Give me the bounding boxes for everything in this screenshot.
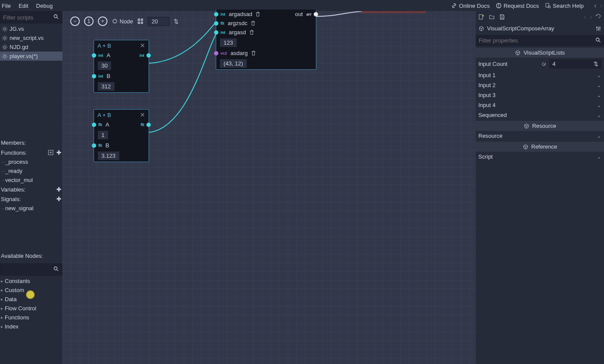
graph-node-compose-array[interactable]: int argadsad out arr flt argzsdc int arg…	[216, 10, 316, 70]
nodecat-functions[interactable]: ▸Functions	[0, 313, 62, 322]
prop-input-3[interactable]: Input 3⌄	[476, 90, 604, 100]
section-resource[interactable]: Resource	[476, 121, 604, 131]
nodecat-label: Data	[5, 296, 16, 302]
section-reference[interactable]: Reference	[476, 142, 604, 152]
function-override-icon[interactable]	[48, 150, 54, 156]
prop-input-count[interactable]: Input Count 4⇅	[476, 58, 604, 70]
chevron-right-icon: ▸	[1, 279, 3, 283]
available-nodes-input[interactable]	[0, 264, 62, 275]
nodecat-label: Constants	[5, 278, 30, 284]
zoom-out-button[interactable]: −	[70, 16, 80, 26]
section-visualscriptlists[interactable]: VisualScriptLists	[476, 48, 604, 58]
menu-edit[interactable]: Edit	[19, 3, 28, 9]
function-vectormul[interactable]: vector_mul	[0, 176, 62, 185]
port-in[interactable]	[214, 30, 218, 35]
trash-icon[interactable]	[250, 50, 257, 56]
prop-label: Input Count	[478, 61, 541, 67]
stepper-icon[interactable]: ⇅	[594, 61, 598, 67]
script-item-jg[interactable]: JG.vs	[0, 24, 62, 33]
add-variable-icon[interactable]: ✚	[56, 186, 62, 193]
close-icon[interactable]: ✕	[140, 42, 145, 49]
menu-debug[interactable]: Debug	[36, 3, 52, 9]
filter-scripts-search[interactable]	[0, 11, 62, 23]
port-out[interactable]	[146, 123, 151, 127]
reset-icon[interactable]	[541, 61, 547, 67]
node-title: A + B	[97, 42, 111, 49]
port-out[interactable]	[146, 53, 151, 58]
nodecat-custom[interactable]: ▸Custom	[0, 286, 62, 295]
param-value[interactable]: 3.123	[97, 151, 120, 160]
prop-input-4[interactable]: Input 4⌄	[476, 100, 604, 110]
signal-newsignal[interactable]: new_signal	[0, 204, 62, 213]
open-resource-icon[interactable]	[489, 14, 495, 20]
port-in[interactable]	[92, 53, 96, 58]
close-icon[interactable]: ✕	[140, 111, 145, 118]
param-value[interactable]: 1	[97, 130, 108, 140]
port-in[interactable]	[214, 51, 218, 55]
chevron-down-icon: ⌄	[597, 72, 601, 78]
search-help-link[interactable]: Search Help	[545, 3, 584, 9]
nodecat-label: Functions	[5, 314, 29, 321]
request-docs-link[interactable]: Request Docs	[496, 3, 539, 9]
add-signal-icon[interactable]: ✚	[56, 195, 62, 202]
sliders-icon[interactable]	[595, 26, 601, 32]
port-in[interactable]	[92, 74, 96, 78]
svg-point-27	[596, 38, 599, 41]
functions-label: Functions:	[1, 150, 27, 156]
prop-value[interactable]: 4	[552, 61, 555, 67]
prop-input-2[interactable]: Input 2⌄	[476, 80, 604, 90]
script-label: JG.vs	[10, 26, 24, 32]
prop-sequenced[interactable]: Sequenced⌄	[476, 110, 604, 120]
trash-icon[interactable]	[250, 20, 256, 26]
type-int-icon: int	[220, 12, 226, 17]
port-in[interactable]	[92, 123, 96, 127]
zoom-value[interactable]: 20	[148, 17, 169, 26]
port-out[interactable]	[314, 12, 318, 16]
function-ready[interactable]: _ready	[0, 166, 62, 176]
online-docs-link[interactable]: Online Docs	[451, 3, 490, 9]
param-value[interactable]: 312	[97, 82, 115, 91]
zoom-in-button[interactable]: +	[98, 16, 107, 26]
prop-script[interactable]: Script⌄	[476, 152, 604, 162]
filter-scripts-input[interactable]	[0, 12, 62, 23]
nav-back[interactable]: ‹	[594, 2, 596, 10]
nodecat-flowcontrol[interactable]: ▸Flow Control	[0, 304, 62, 313]
prop-input-1[interactable]: Input 1⌄	[476, 70, 604, 80]
graph-node-add-flt[interactable]: A + B ✕ flt A flt 1 flt B 3.123	[94, 109, 149, 162]
prop-resource[interactable]: Resource⌄	[476, 131, 604, 141]
svg-point-10	[3, 46, 6, 48]
zoom-reset-button[interactable]: 1	[84, 16, 94, 26]
script-item-newscript[interactable]: new_script.vs	[0, 33, 62, 42]
function-process[interactable]: _process	[0, 157, 62, 166]
available-nodes-search[interactable]	[0, 263, 62, 276]
nodecat-data[interactable]: ▸Data	[0, 295, 62, 304]
port-in[interactable]	[214, 12, 218, 16]
trash-icon[interactable]	[255, 11, 261, 17]
history-icon[interactable]	[595, 13, 601, 21]
error-node[interactable]	[361, 11, 425, 13]
param-label: asdarg	[231, 50, 248, 56]
zoom-stepper[interactable]: ⇅	[174, 18, 179, 25]
menu-file[interactable]: File	[2, 3, 11, 9]
param-value[interactable]: 123	[220, 38, 237, 47]
save-resource-icon[interactable]	[499, 14, 505, 20]
inspector-object-title[interactable]: VisualScriptComposeArray	[476, 23, 604, 34]
graph-node-add-int[interactable]: A + B ✕ int A int 30 int B 312	[94, 40, 149, 93]
node-toggle[interactable]: Node	[112, 18, 133, 25]
nodecat-index[interactable]: ▸Index	[0, 322, 62, 331]
param-value[interactable]: (43, 12)	[220, 59, 247, 68]
param-label: A	[107, 52, 110, 58]
add-function-icon[interactable]: ✚	[56, 149, 62, 156]
snap-icon[interactable]	[137, 18, 143, 24]
script-item-njd[interactable]: NJD.gd	[0, 42, 62, 52]
port-in[interactable]	[92, 143, 96, 148]
trash-icon[interactable]	[249, 29, 255, 36]
type-flt-icon: flt	[97, 122, 103, 127]
script-item-player[interactable]: player.vs(*)	[0, 52, 62, 61]
param-value[interactable]: 30	[97, 61, 111, 70]
new-resource-icon[interactable]	[478, 14, 484, 20]
filter-properties-input[interactable]	[476, 35, 604, 46]
svg-point-2	[498, 6, 499, 7]
nodecat-constants[interactable]: ▸Constants	[0, 276, 62, 286]
port-in[interactable]	[214, 21, 218, 26]
